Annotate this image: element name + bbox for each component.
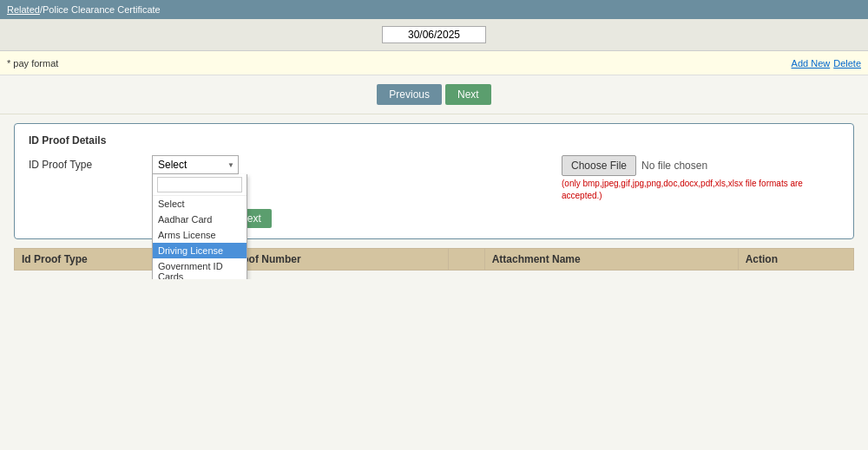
dropdown-scroll[interactable]: Select Aadhar Card Arms License Driving … xyxy=(153,195,247,279)
add-new-link[interactable]: Add New xyxy=(792,58,831,68)
action-buttons: Add To List Next xyxy=(29,209,839,228)
breadcrumb-bar: Related / Police Clearance Certificate xyxy=(0,0,868,19)
file-row: Choose File No file chosen xyxy=(562,155,839,176)
id-proof-details-box: ID Proof Details ID Proof Type Select Se… xyxy=(14,123,854,239)
id-proof-type-label: ID Proof Type xyxy=(29,155,141,171)
file-upload-area: Choose File No file chosen (only bmp,jpe… xyxy=(249,155,839,202)
next-button[interactable]: Next xyxy=(445,84,491,105)
id-proof-type-select[interactable]: Select xyxy=(152,155,239,174)
id-proof-table: Id Proof Type Id Proof Number Attachment… xyxy=(14,248,854,271)
dropdown-option-select[interactable]: Select xyxy=(153,196,247,212)
id-proof-type-select-wrapper: Select Select Aadhar Card Arms License D… xyxy=(152,155,239,174)
date-input[interactable] xyxy=(382,26,486,43)
select-display-text: Select xyxy=(158,159,187,171)
dropdown-option-arms[interactable]: Arms License xyxy=(153,227,247,243)
dropdown-option-govt[interactable]: Government ID Cards xyxy=(153,258,247,279)
file-format-note: (only bmp,jpeg,gif,jpg,png,doc,docx,pdf,… xyxy=(562,178,839,202)
previous-button[interactable]: Previous xyxy=(377,84,442,105)
id-proof-form-row: ID Proof Type Select Select Aadhar Card … xyxy=(29,155,839,202)
date-bar xyxy=(0,19,868,51)
dropdown-panel: Select Aadhar Card Arms License Driving … xyxy=(152,174,247,279)
info-left-label: * pay format xyxy=(7,58,58,68)
col-action: Action xyxy=(738,249,853,271)
breadcrumb-page-title: Police Clearance Certificate xyxy=(43,4,161,15)
table-header: Id Proof Type Id Proof Number Attachment… xyxy=(15,249,854,271)
dropdown-option-aadhar[interactable]: Aadhar Card xyxy=(153,212,247,227)
id-proof-box-title: ID Proof Details xyxy=(29,134,839,147)
main-content: ID Proof Details ID Proof Type Select Se… xyxy=(0,114,868,279)
choose-file-button[interactable]: Choose File xyxy=(562,155,636,176)
delete-link[interactable]: Delete xyxy=(833,58,861,68)
col-attachment-name: Attachment Name xyxy=(484,249,738,271)
nav-buttons: Previous Next xyxy=(0,75,868,114)
dropdown-option-driving[interactable]: Driving License xyxy=(153,243,247,258)
info-bar: * pay format Add New Delete xyxy=(0,51,868,75)
dropdown-search-input[interactable] xyxy=(157,177,241,192)
file-no-chosen-text: No file chosen xyxy=(641,160,707,172)
col-empty xyxy=(448,249,484,271)
table-header-row: Id Proof Type Id Proof Number Attachment… xyxy=(15,249,854,271)
breadcrumb-related-link[interactable]: Related xyxy=(7,4,40,15)
right-links: Add New Delete xyxy=(792,58,861,68)
